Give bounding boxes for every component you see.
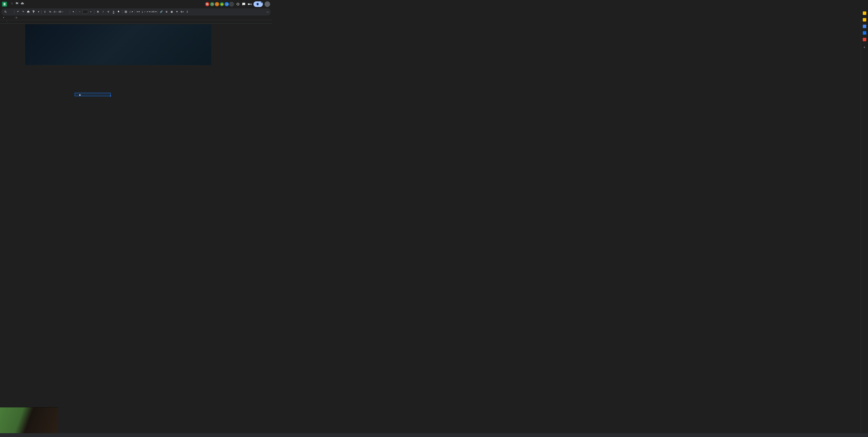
menu-insert[interactable]	[18, 6, 21, 7]
increase-decimal-icon[interactable]: .00→	[58, 9, 64, 14]
strikethrough-icon[interactable]: S	[106, 9, 111, 14]
menu-data[interactable]	[24, 6, 27, 7]
comment-icon[interactable]: ⊞	[164, 9, 169, 14]
search-menus-label[interactable]	[8, 9, 13, 14]
percent-icon[interactable]: %	[48, 9, 53, 14]
paint-format-icon[interactable]	[31, 9, 36, 14]
column-headers	[0, 20, 272, 24]
menu-help[interactable]	[34, 6, 36, 7]
meet-icon[interactable]: ▾	[248, 2, 252, 6]
menu-extensions[interactable]	[31, 6, 33, 7]
menu-format[interactable]	[21, 6, 24, 7]
avatar[interactable]: 🐸	[219, 2, 224, 7]
borders-icon[interactable]	[123, 9, 128, 14]
move-icon[interactable]	[16, 2, 19, 5]
avatar[interactable]: 🦏	[224, 2, 229, 7]
decrease-decimal-icon[interactable]: .0←	[53, 9, 58, 14]
more-formats[interactable]	[64, 9, 69, 14]
avatar[interactable]: 🐘	[205, 2, 210, 7]
chart-icon[interactable]: ▦	[169, 9, 174, 14]
name-box[interactable]: ▼	[1, 16, 14, 19]
link-icon[interactable]: 🔗	[159, 9, 164, 14]
currency-icon[interactable]: £	[42, 9, 48, 14]
collapse-toolbar-icon[interactable]: ︿	[266, 10, 269, 13]
menu-tools[interactable]	[27, 6, 30, 7]
decrease-font-icon[interactable]: −	[77, 9, 82, 14]
fill-color-icon[interactable]	[116, 9, 121, 14]
spreadsheet-grid[interactable]: ➤	[0, 24, 272, 134]
merge-icon[interactable]: ⬚ ▾	[129, 9, 133, 14]
account-avatar[interactable]	[265, 1, 270, 7]
zoom-select[interactable]: ▾	[36, 10, 40, 13]
menu-file[interactable]	[9, 6, 11, 7]
avatar[interactable]: 🦁	[215, 2, 219, 7]
star-icon[interactable]: ☆	[11, 2, 13, 5]
history-icon[interactable]	[236, 2, 240, 6]
more-avatars[interactable]	[229, 2, 234, 7]
comments-icon[interactable]	[242, 2, 246, 6]
bold-icon[interactable]: B	[95, 9, 100, 14]
embedded-image[interactable]	[25, 24, 211, 65]
increase-font-icon[interactable]: +	[88, 9, 93, 14]
print-icon[interactable]	[26, 9, 31, 14]
share-button[interactable]	[253, 1, 263, 7]
sheets-logo[interactable]	[2, 2, 7, 7]
select-all-corner[interactable]	[0, 20, 7, 24]
redo-icon[interactable]: ↷	[21, 9, 26, 14]
toolbar: ↶ ↷ ▾ £ % .0← .00→ ▾ − + B I S A ⬚ ▾ ≡ ▾…	[1, 8, 271, 15]
font-select[interactable]: ▾	[71, 10, 75, 13]
menu-bar	[9, 6, 205, 7]
valign-icon[interactable]: ⭳ ▾	[141, 9, 146, 14]
italic-icon[interactable]: I	[101, 9, 105, 14]
collaborator-avatars[interactable]: 🐘 🦝 🦁 🐸 🦏	[205, 2, 234, 7]
functions-icon[interactable]: Σ	[185, 9, 190, 14]
menu-edit[interactable]	[12, 6, 14, 7]
search-menus-icon[interactable]	[3, 9, 8, 14]
font-size-input[interactable]	[83, 10, 88, 14]
undo-icon[interactable]: ↶	[16, 9, 20, 14]
text-color-icon[interactable]: A	[111, 9, 116, 14]
rotate-icon[interactable]: A↻ ▾	[151, 9, 157, 14]
filter-views-icon[interactable]: ⧉ ▾	[180, 9, 185, 14]
wrap-icon[interactable]: ↵ ▾	[146, 9, 151, 14]
cloud-icon[interactable]	[21, 2, 24, 5]
avatar[interactable]: 🦝	[210, 2, 215, 7]
filter-icon[interactable]: ▼	[175, 9, 179, 14]
halign-icon[interactable]: ≡ ▾	[136, 9, 141, 14]
fx-label: fx	[16, 16, 18, 19]
menu-view[interactable]	[15, 6, 18, 7]
